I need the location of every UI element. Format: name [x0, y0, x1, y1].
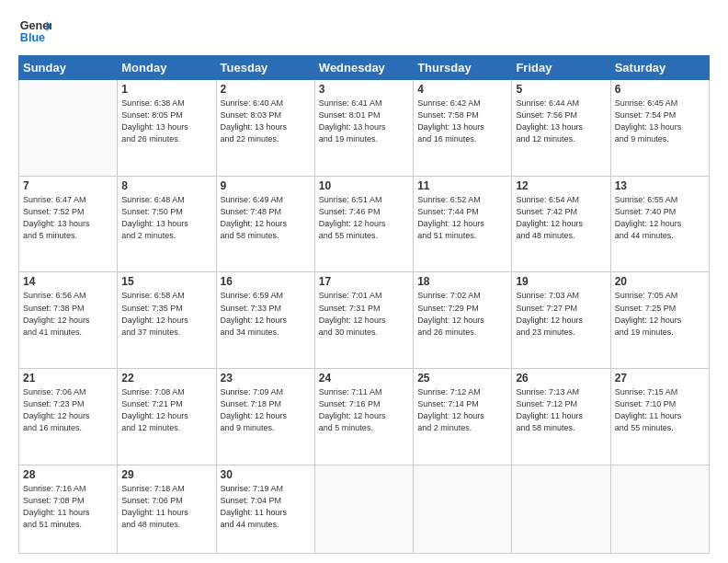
calendar-cell: 6Sunrise: 6:45 AM Sunset: 7:54 PM Daylig… [610, 80, 709, 177]
calendar-cell: 13Sunrise: 6:55 AM Sunset: 7:40 PM Dayli… [610, 176, 709, 272]
day-info: Sunrise: 7:08 AM Sunset: 7:21 PM Dayligh… [121, 386, 211, 434]
calendar-cell: 20Sunrise: 7:05 AM Sunset: 7:25 PM Dayli… [610, 272, 709, 369]
logo: General Blue [18, 15, 51, 48]
day-info: Sunrise: 7:12 AM Sunset: 7:14 PM Dayligh… [417, 386, 507, 434]
day-info: Sunrise: 7:01 AM Sunset: 7:31 PM Dayligh… [319, 290, 409, 338]
day-info: Sunrise: 6:52 AM Sunset: 7:44 PM Dayligh… [417, 194, 507, 242]
calendar-cell: 22Sunrise: 7:08 AM Sunset: 7:21 PM Dayli… [118, 369, 216, 465]
day-number: 14 [23, 275, 113, 288]
day-number: 30 [221, 468, 311, 481]
page-header: General Blue [18, 15, 710, 48]
day-number: 2 [221, 83, 311, 96]
day-number: 13 [615, 179, 705, 192]
calendar-cell: 3Sunrise: 6:41 AM Sunset: 8:01 PM Daylig… [314, 80, 413, 177]
calendar-cell: 18Sunrise: 7:02 AM Sunset: 7:29 PM Dayli… [414, 272, 512, 369]
calendar-cell: 27Sunrise: 7:15 AM Sunset: 7:10 PM Dayli… [610, 369, 709, 465]
day-info: Sunrise: 7:19 AM Sunset: 7:04 PM Dayligh… [221, 483, 311, 531]
day-info: Sunrise: 6:40 AM Sunset: 8:03 PM Dayligh… [221, 98, 311, 145]
calendar-week-2: 7Sunrise: 6:47 AM Sunset: 7:52 PM Daylig… [19, 176, 710, 272]
day-info: Sunrise: 6:59 AM Sunset: 7:33 PM Dayligh… [221, 290, 311, 338]
day-number: 5 [516, 83, 606, 96]
day-info: Sunrise: 6:38 AM Sunset: 8:05 PM Dayligh… [121, 98, 211, 145]
calendar-week-5: 28Sunrise: 7:16 AM Sunset: 7:08 PM Dayli… [19, 465, 710, 553]
calendar-cell: 24Sunrise: 7:11 AM Sunset: 7:16 PM Dayli… [314, 369, 413, 465]
day-number: 24 [319, 372, 409, 385]
calendar-week-4: 21Sunrise: 7:06 AM Sunset: 7:23 PM Dayli… [19, 369, 710, 465]
calendar-cell: 25Sunrise: 7:12 AM Sunset: 7:14 PM Dayli… [414, 369, 512, 465]
calendar-cell: 26Sunrise: 7:13 AM Sunset: 7:12 PM Dayli… [512, 369, 610, 465]
day-number: 29 [121, 468, 211, 481]
day-number: 1 [121, 83, 211, 96]
calendar-cell: 8Sunrise: 6:48 AM Sunset: 7:50 PM Daylig… [118, 176, 216, 272]
calendar-cell: 2Sunrise: 6:40 AM Sunset: 8:03 PM Daylig… [216, 80, 314, 177]
day-number: 16 [221, 275, 311, 288]
calendar-cell: 16Sunrise: 6:59 AM Sunset: 7:33 PM Dayli… [216, 272, 314, 369]
calendar-cell: 14Sunrise: 6:56 AM Sunset: 7:38 PM Dayli… [19, 272, 118, 369]
svg-text:Blue: Blue [20, 31, 45, 44]
day-number: 7 [23, 179, 113, 192]
day-number: 15 [121, 275, 211, 288]
day-number: 27 [615, 372, 705, 385]
calendar-cell: 5Sunrise: 6:44 AM Sunset: 7:56 PM Daylig… [512, 80, 610, 177]
day-info: Sunrise: 6:48 AM Sunset: 7:50 PM Dayligh… [121, 194, 211, 242]
logo-icon: General Blue [18, 15, 51, 48]
day-info: Sunrise: 7:13 AM Sunset: 7:12 PM Dayligh… [516, 386, 606, 434]
weekday-header-monday: Monday [118, 56, 216, 80]
day-number: 9 [221, 179, 311, 192]
calendar-cell: 15Sunrise: 6:58 AM Sunset: 7:35 PM Dayli… [118, 272, 216, 369]
calendar-cell [19, 80, 118, 177]
calendar-cell [414, 465, 512, 553]
day-number: 20 [615, 275, 705, 288]
day-number: 6 [615, 83, 705, 96]
day-info: Sunrise: 7:18 AM Sunset: 7:06 PM Dayligh… [121, 483, 211, 531]
calendar-cell: 29Sunrise: 7:18 AM Sunset: 7:06 PM Dayli… [118, 465, 216, 553]
day-number: 26 [516, 372, 606, 385]
day-info: Sunrise: 6:49 AM Sunset: 7:48 PM Dayligh… [221, 194, 311, 242]
day-number: 4 [417, 83, 507, 96]
day-info: Sunrise: 6:51 AM Sunset: 7:46 PM Dayligh… [319, 194, 409, 242]
day-info: Sunrise: 7:03 AM Sunset: 7:27 PM Dayligh… [516, 290, 606, 338]
weekday-header-sunday: Sunday [19, 56, 118, 80]
calendar-cell: 12Sunrise: 6:54 AM Sunset: 7:42 PM Dayli… [512, 176, 610, 272]
day-info: Sunrise: 6:55 AM Sunset: 7:40 PM Dayligh… [615, 194, 705, 242]
calendar-cell: 10Sunrise: 6:51 AM Sunset: 7:46 PM Dayli… [314, 176, 413, 272]
weekday-header-friday: Friday [512, 56, 610, 80]
day-info: Sunrise: 6:58 AM Sunset: 7:35 PM Dayligh… [121, 290, 211, 338]
weekday-header-row: SundayMondayTuesdayWednesdayThursdayFrid… [19, 56, 710, 80]
weekday-header-wednesday: Wednesday [314, 56, 413, 80]
weekday-header-thursday: Thursday [414, 56, 512, 80]
day-info: Sunrise: 6:54 AM Sunset: 7:42 PM Dayligh… [516, 194, 606, 242]
day-number: 10 [319, 179, 409, 192]
day-number: 21 [23, 372, 113, 385]
day-info: Sunrise: 6:56 AM Sunset: 7:38 PM Dayligh… [23, 290, 113, 338]
day-info: Sunrise: 7:05 AM Sunset: 7:25 PM Dayligh… [615, 290, 705, 338]
day-number: 28 [23, 468, 113, 481]
day-info: Sunrise: 7:09 AM Sunset: 7:18 PM Dayligh… [221, 386, 311, 434]
day-number: 19 [516, 275, 606, 288]
day-info: Sunrise: 7:02 AM Sunset: 7:29 PM Dayligh… [417, 290, 507, 338]
day-number: 11 [417, 179, 507, 192]
calendar-cell: 19Sunrise: 7:03 AM Sunset: 7:27 PM Dayli… [512, 272, 610, 369]
day-number: 23 [221, 372, 311, 385]
calendar-cell: 11Sunrise: 6:52 AM Sunset: 7:44 PM Dayli… [414, 176, 512, 272]
calendar-cell: 30Sunrise: 7:19 AM Sunset: 7:04 PM Dayli… [216, 465, 314, 553]
calendar-week-1: 1Sunrise: 6:38 AM Sunset: 8:05 PM Daylig… [19, 80, 710, 177]
calendar-cell: 17Sunrise: 7:01 AM Sunset: 7:31 PM Dayli… [314, 272, 413, 369]
day-info: Sunrise: 6:41 AM Sunset: 8:01 PM Dayligh… [319, 98, 409, 145]
day-number: 17 [319, 275, 409, 288]
day-info: Sunrise: 6:47 AM Sunset: 7:52 PM Dayligh… [23, 194, 113, 242]
calendar-cell [512, 465, 610, 553]
day-number: 22 [121, 372, 211, 385]
calendar-cell [610, 465, 709, 553]
weekday-header-saturday: Saturday [610, 56, 709, 80]
day-info: Sunrise: 6:45 AM Sunset: 7:54 PM Dayligh… [615, 98, 705, 145]
day-info: Sunrise: 6:44 AM Sunset: 7:56 PM Dayligh… [516, 98, 606, 145]
weekday-header-tuesday: Tuesday [216, 56, 314, 80]
day-info: Sunrise: 6:42 AM Sunset: 7:58 PM Dayligh… [417, 98, 507, 145]
calendar-table: SundayMondayTuesdayWednesdayThursdayFrid… [18, 55, 710, 554]
day-number: 25 [417, 372, 507, 385]
day-number: 8 [121, 179, 211, 192]
calendar-cell: 21Sunrise: 7:06 AM Sunset: 7:23 PM Dayli… [19, 369, 118, 465]
day-number: 3 [319, 83, 409, 96]
day-info: Sunrise: 7:06 AM Sunset: 7:23 PM Dayligh… [23, 386, 113, 434]
